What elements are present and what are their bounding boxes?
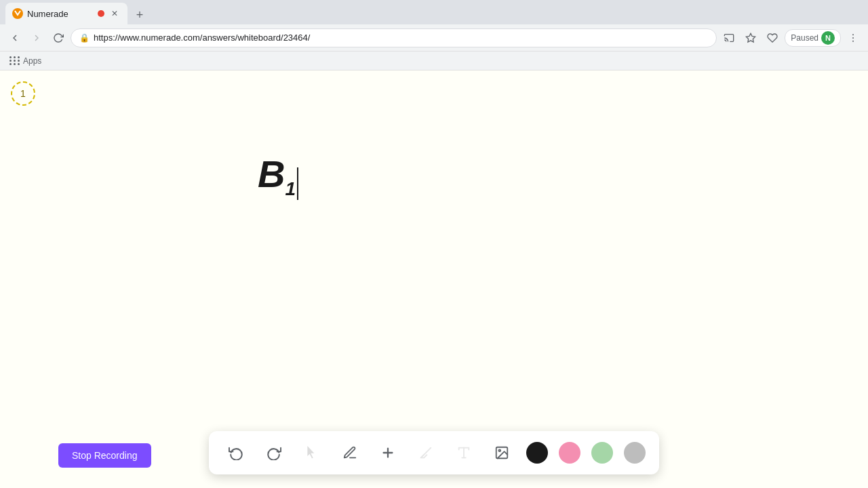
paused-label: Paused [791,33,818,43]
user-avatar: N [821,31,835,45]
svg-point-3 [852,37,854,39]
new-tab-button[interactable]: + [130,5,149,24]
pen-tool-button[interactable] [336,439,363,466]
highlighter-tool-button[interactable] [412,439,439,466]
back-button[interactable] [5,28,24,47]
select-tool-button[interactable] [298,439,326,466]
text-tool-button[interactable] [450,439,477,466]
whiteboard-area[interactable]: 1 B1 Stop Recording [0,70,868,488]
lock-icon: 🔒 [79,33,90,43]
undo-button[interactable] [222,439,250,466]
active-tab[interactable]: Numerade ✕ [5,3,127,24]
refresh-button[interactable] [49,28,68,47]
svg-point-4 [852,40,854,41]
extensions-button[interactable] [763,28,782,47]
bookmark-button[interactable] [741,28,760,47]
svg-point-11 [498,449,500,451]
cast-button[interactable] [719,28,738,47]
browser-window: Numerade ✕ + 🔒 https://www.numerade.com/… [0,0,868,488]
apps-bookmark[interactable]: Apps [5,55,45,67]
apps-grid-icon [9,56,20,65]
whiteboard-drawing: B1 [258,152,298,200]
color-gray-swatch[interactable] [624,442,646,464]
tab-close-button[interactable]: ✕ [108,7,121,20]
color-black-swatch[interactable] [526,442,548,464]
stop-recording-button[interactable]: Stop Recording [58,443,151,468]
slide-number-indicator: 1 [11,81,35,106]
color-green-swatch[interactable] [591,442,613,464]
apps-label: Apps [23,56,41,66]
add-element-button[interactable] [374,439,401,466]
redo-button[interactable] [260,439,288,466]
tab-bar: Numerade ✕ + [0,0,868,24]
image-tool-button[interactable] [488,439,515,466]
browser-toolbar-right: Paused N [719,28,863,47]
forward-button[interactable] [27,28,46,47]
menu-button[interactable] [844,28,863,47]
svg-marker-1 [747,33,755,42]
bookmarks-bar: Apps [0,52,868,70]
tab-favicon [12,8,23,19]
drawing-toolbar [209,431,659,474]
svg-point-2 [852,34,854,35]
color-pink-swatch[interactable] [559,442,580,464]
tab-title: Numerade [27,9,94,19]
url-text: https://www.numerade.com/answers/whitebo… [94,33,708,43]
address-bar[interactable]: 🔒 https://www.numerade.com/answers/white… [71,28,717,47]
recording-dot [98,10,104,17]
paused-badge[interactable]: Paused N [785,29,841,47]
address-bar-row: 🔒 https://www.numerade.com/answers/white… [0,24,868,52]
